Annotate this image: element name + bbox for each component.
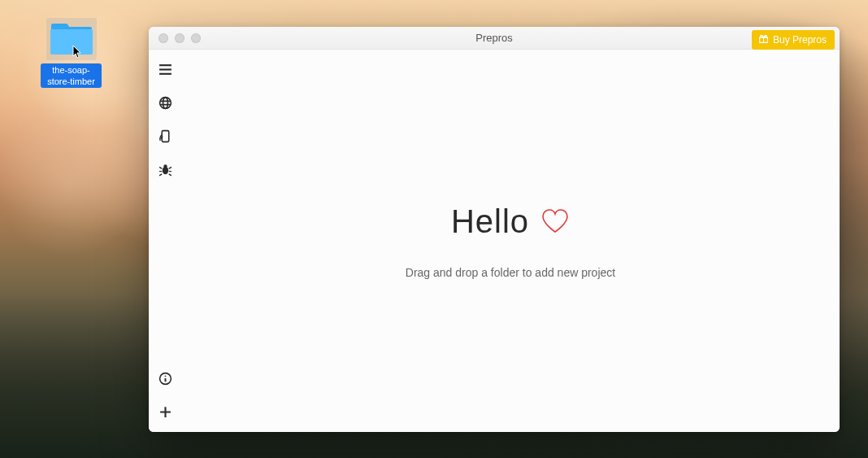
close-window-button[interactable] <box>158 33 168 43</box>
svg-rect-3 <box>159 73 171 75</box>
buy-button-label: Buy Prepros <box>773 34 827 46</box>
window-title: Prepros <box>149 32 840 44</box>
main-area[interactable]: Hello Drag and drop a folder to add new … <box>181 50 840 432</box>
globe-icon[interactable] <box>158 96 172 110</box>
svg-rect-2 <box>159 68 171 70</box>
app-window: Prepros Buy Prepros <box>149 27 840 432</box>
greeting-text: Hello <box>451 203 529 240</box>
heart-icon <box>540 208 570 234</box>
folder-icon <box>50 22 93 56</box>
svg-rect-1 <box>159 64 171 66</box>
minimize-window-button[interactable] <box>175 33 184 43</box>
greeting-row: Hello <box>451 203 570 240</box>
svg-point-5 <box>163 98 167 109</box>
info-icon[interactable] <box>158 372 172 386</box>
folder-icon-wrap <box>46 18 97 60</box>
maximize-window-button[interactable] <box>191 33 201 43</box>
svg-point-8 <box>163 164 167 168</box>
device-icon[interactable] <box>158 129 172 143</box>
buy-button[interactable]: Buy Prepros <box>752 30 835 50</box>
bug-icon[interactable] <box>158 163 172 177</box>
svg-point-4 <box>159 98 171 109</box>
add-icon[interactable] <box>158 405 172 419</box>
traffic-lights <box>149 33 201 43</box>
instruction-text: Drag and drop a folder to add new projec… <box>406 266 615 279</box>
menu-icon[interactable] <box>158 63 172 76</box>
titlebar[interactable]: Prepros Buy Prepros <box>149 27 840 50</box>
sidebar <box>149 50 181 432</box>
desktop-folder[interactable]: the-soap-store-timber <box>41 18 102 88</box>
svg-rect-6 <box>162 131 169 142</box>
window-body: Hello Drag and drop a folder to add new … <box>149 50 840 432</box>
gift-icon <box>758 33 769 46</box>
folder-label: the-soap-store-timber <box>41 63 102 88</box>
svg-point-10 <box>164 375 166 377</box>
